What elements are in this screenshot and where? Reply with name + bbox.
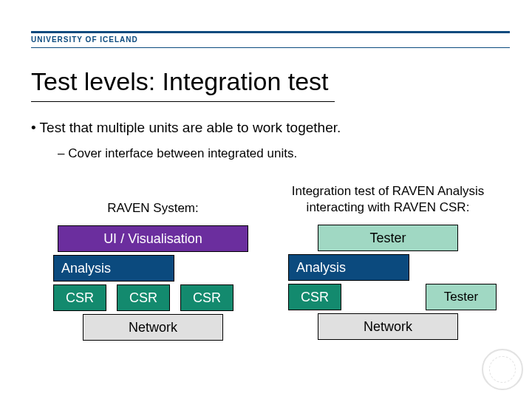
left-diagram-heading: RAVEN System: [53,200,253,216]
slide-header: UNIVERSITY OF ICELAND [0,0,532,59]
integration-test-stack: Tester Analysis CSR Tester Network [288,225,488,358]
bullet-sub: – Cover interface between integrated uni… [58,146,297,161]
box-csr-3: CSR [180,284,233,311]
university-seal-icon [482,349,523,390]
raven-system-stack: UI / Visualisation Analysis CSR CSR CSR … [53,225,253,358]
university-name: UNIVERSITY OF ICELAND [31,35,138,44]
box-csr-right: CSR [288,284,341,310]
box-csr-1: CSR [53,284,106,311]
box-network-right: Network [318,313,458,340]
box-csr-2: CSR [117,284,170,311]
box-tester-side: Tester [426,284,497,310]
box-analysis-left: Analysis [53,255,174,282]
box-tester-top: Tester [318,225,458,251]
diagram-column-right: Integration test of RAVEN Analysis inter… [281,183,495,358]
slide-title: Test levels: Integration test [31,66,335,102]
box-network-left: Network [83,314,223,341]
header-rule-thin [31,47,510,48]
box-ui-visualisation: UI / Visualisation [58,225,248,252]
diagram-column-left: RAVEN System: UI / Visualisation Analysi… [53,188,253,358]
box-analysis-right: Analysis [288,254,409,281]
bullet-main: • Test that multiple units are able to w… [31,120,341,136]
right-diagram-heading: Integration test of RAVEN Analysis inter… [281,183,495,216]
header-rule-thick [31,31,510,33]
